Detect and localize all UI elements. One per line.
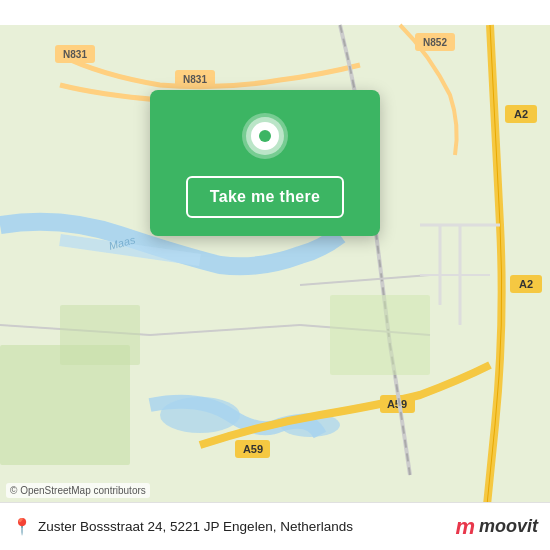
map-attribution: © OpenStreetMap contributors [6,483,150,498]
svg-text:A2: A2 [514,108,528,120]
svg-text:N831: N831 [63,49,87,60]
svg-rect-20 [60,305,140,365]
svg-point-1 [160,397,240,433]
bottom-bar: 📍 Zuster Bossstraat 24, 5221 JP Engelen,… [0,502,550,550]
svg-point-32 [259,130,271,142]
svg-text:A2: A2 [519,278,533,290]
take-me-there-button[interactable]: Take me there [186,176,344,218]
map-container: A2 A2 A59 A59 N831 N831 N852 [0,0,550,550]
svg-text:A59: A59 [243,443,263,455]
svg-text:N852: N852 [423,37,447,48]
map-background: A2 A2 A59 A59 N831 N831 N852 [0,0,550,550]
moovit-logo: m moovit [455,514,538,540]
address: 📍 Zuster Bossstraat 24, 5221 JP Engelen,… [12,517,353,536]
svg-rect-21 [330,295,430,375]
moovit-m-icon: m [455,514,475,540]
location-pin-icon [239,110,291,162]
address-pin-icon: 📍 [12,517,32,536]
svg-text:N831: N831 [183,74,207,85]
action-card: Take me there [150,90,380,236]
